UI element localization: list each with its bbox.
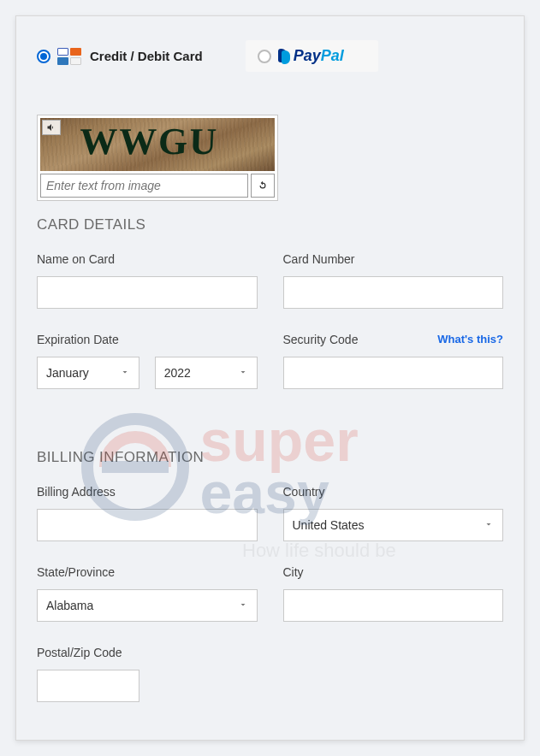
expiration-year-select[interactable]: 2022 — [155, 357, 258, 389]
payment-option-card[interactable]: Credit / Debit Card — [37, 48, 203, 65]
paypal-logo-icon: PayPal — [278, 47, 344, 65]
billing-address-input[interactable] — [37, 509, 258, 541]
payment-option-paypal[interactable]: PayPal — [246, 40, 378, 72]
country-value: United States — [293, 518, 365, 532]
section-title-billing: BILLING INFORMATION — [37, 449, 503, 466]
card-number-input[interactable] — [283, 276, 504, 309]
watermark-tagline: How life should be — [242, 540, 396, 562]
visa-icon — [57, 48, 68, 56]
expiration-month-value: January — [46, 366, 89, 380]
label-city: City — [283, 565, 504, 579]
speaker-icon — [46, 122, 56, 133]
label-country: Country — [283, 485, 504, 499]
captcha-input[interactable] — [40, 174, 248, 198]
refresh-icon — [257, 180, 269, 192]
chevron-down-icon — [484, 519, 494, 532]
form-scroll-area[interactable]: Credit / Debit Card PayPal WWGU — [16, 16, 524, 740]
payment-method-row: Credit / Debit Card PayPal — [37, 40, 503, 72]
label-state: State/Province — [37, 565, 258, 579]
label-billing-address: Billing Address — [37, 485, 258, 499]
state-select[interactable]: Alabama — [37, 589, 258, 622]
expiration-year-value: 2022 — [164, 366, 191, 380]
captcha-audio-button[interactable] — [42, 120, 61, 135]
amex-icon — [57, 57, 68, 65]
radio-selected-icon — [37, 50, 50, 63]
state-value: Alabama — [46, 599, 93, 612]
chevron-down-icon — [238, 367, 248, 380]
radio-unselected-icon — [258, 50, 271, 63]
label-card-number: Card Number — [283, 252, 504, 266]
name-on-card-input[interactable] — [37, 276, 258, 309]
whats-this-link[interactable]: What's this? — [437, 333, 503, 346]
chevron-down-icon — [238, 599, 248, 612]
postal-input[interactable] — [37, 670, 139, 702]
expiration-month-select[interactable]: January — [37, 357, 139, 389]
mastercard-icon — [70, 48, 81, 56]
captcha-challenge-text: WWGU — [79, 120, 219, 163]
card-brand-icons — [57, 48, 83, 65]
label-name-on-card: Name on Card — [37, 252, 258, 266]
chevron-down-icon — [120, 367, 130, 380]
security-code-input[interactable] — [283, 357, 504, 389]
payment-card-label: Credit / Debit Card — [90, 49, 203, 63]
discover-icon — [70, 57, 81, 65]
label-expiration: Expiration Date — [37, 333, 258, 346]
captcha-refresh-button[interactable] — [251, 174, 275, 198]
section-title-card-details: CARD DETAILS — [37, 216, 503, 233]
city-input[interactable] — [283, 589, 504, 622]
label-postal: Postal/Zip Code — [37, 646, 139, 659]
country-select[interactable]: United States — [283, 509, 504, 541]
captcha-widget: WWGU — [37, 115, 278, 201]
captcha-image: WWGU — [40, 118, 275, 171]
